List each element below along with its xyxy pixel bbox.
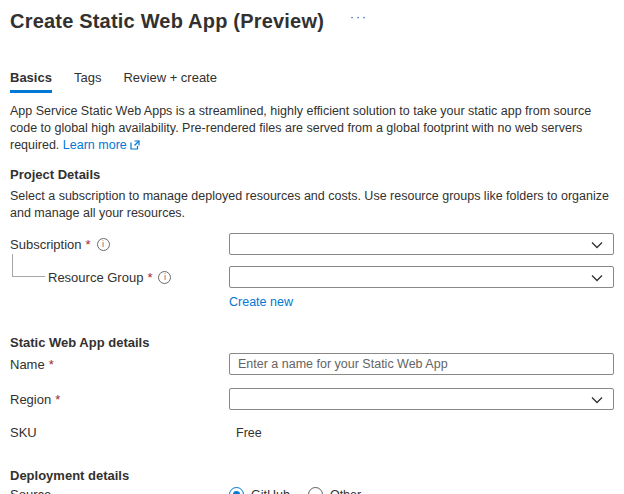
- region-label-text: Region: [10, 392, 51, 407]
- external-link-icon: [130, 138, 140, 155]
- static-web-app-details-heading: Static Web App details: [10, 335, 614, 350]
- learn-more-link[interactable]: Learn more: [63, 138, 140, 152]
- name-label: Name *: [10, 357, 229, 372]
- radio-github[interactable]: GitHub: [229, 487, 290, 494]
- more-options-icon[interactable]: ···: [350, 10, 368, 24]
- radio-github-label: GitHub: [251, 488, 290, 494]
- region-dropdown[interactable]: [229, 388, 614, 410]
- tab-bar: Basics Tags Review + create: [10, 70, 614, 93]
- resource-group-label-text: Resource Group: [48, 270, 143, 285]
- chevron-down-icon: [591, 235, 603, 253]
- radio-other[interactable]: Other: [308, 487, 361, 494]
- subscription-label: Subscription * i: [10, 237, 229, 252]
- required-asterisk: *: [86, 237, 91, 252]
- required-asterisk: *: [49, 357, 54, 372]
- region-row: Region *: [10, 388, 614, 410]
- sku-label: SKU: [10, 425, 229, 440]
- tab-review-create[interactable]: Review + create: [123, 70, 217, 93]
- required-asterisk: *: [147, 270, 152, 285]
- source-radio-group: GitHub Other: [229, 487, 361, 494]
- name-row: Name *: [10, 353, 614, 375]
- name-label-text: Name: [10, 357, 45, 372]
- subscription-row: Subscription * i: [10, 233, 614, 255]
- sku-label-text: SKU: [10, 425, 37, 440]
- resource-group-row: Resource Group * i: [10, 266, 614, 288]
- region-label: Region *: [10, 392, 229, 407]
- sku-row: SKU Free: [10, 425, 614, 440]
- tab-basics[interactable]: Basics: [10, 70, 52, 93]
- project-details-heading: Project Details: [10, 167, 614, 182]
- intro-text: App Service Static Web Apps is a streaml…: [10, 103, 614, 155]
- radio-other-label: Other: [330, 488, 361, 494]
- source-label-text: Source: [10, 487, 51, 494]
- source-label: Source: [10, 487, 229, 494]
- info-icon[interactable]: i: [97, 238, 110, 251]
- page-title: Create Static Web App (Preview): [10, 8, 324, 34]
- subscription-label-text: Subscription: [10, 237, 82, 252]
- info-icon[interactable]: i: [158, 271, 171, 284]
- create-new-row: Create new: [229, 292, 614, 310]
- radio-circle: [229, 487, 244, 494]
- learn-more-label: Learn more: [63, 138, 127, 152]
- resource-group-dropdown[interactable]: [229, 266, 614, 288]
- tab-tags[interactable]: Tags: [74, 70, 101, 93]
- indent-connector: [12, 254, 45, 277]
- sku-value: Free: [229, 426, 262, 440]
- create-static-web-app-page: Create Static Web App (Preview) ··· Basi…: [0, 0, 624, 494]
- chevron-down-icon: [591, 268, 603, 286]
- name-input[interactable]: [229, 353, 614, 375]
- chevron-down-icon: [591, 390, 603, 408]
- source-row: Source GitHub Other: [10, 487, 614, 494]
- create-new-link[interactable]: Create new: [229, 295, 293, 309]
- deployment-details-heading: Deployment details: [10, 468, 614, 483]
- title-row: Create Static Web App (Preview) ···: [10, 8, 614, 34]
- required-asterisk: *: [55, 392, 60, 407]
- radio-circle: [308, 487, 323, 494]
- project-details-description: Select a subscription to manage deployed…: [10, 188, 614, 222]
- subscription-dropdown[interactable]: [229, 233, 614, 255]
